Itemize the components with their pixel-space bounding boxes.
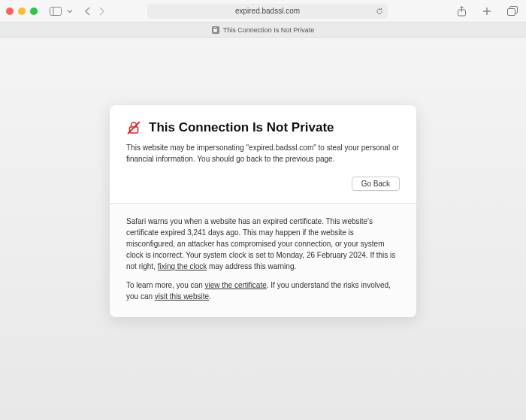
detail-2a: To learn more, you can [126, 281, 205, 289]
learn-more-text: To learn more, you can view the certific… [126, 279, 400, 302]
svg-rect-8 [213, 29, 217, 32]
svg-rect-7 [508, 9, 515, 16]
back-button[interactable] [84, 7, 91, 16]
fixing-clock-link[interactable]: fixing the clock [158, 262, 207, 270]
warning-panel: This Connection Is Not Private This webs… [110, 105, 416, 317]
new-tab-button[interactable] [479, 4, 494, 19]
address-text: expired.badssl.com [235, 7, 300, 15]
navigation-arrows [84, 7, 105, 16]
insecure-certificate-icon [126, 120, 141, 135]
maximize-window-button[interactable] [30, 8, 38, 15]
go-back-button[interactable]: Go Back [352, 177, 400, 191]
toolbar-right [454, 4, 520, 19]
svg-rect-0 [50, 7, 62, 15]
detail-2c: . [209, 292, 211, 301]
window-toolbar: expired.badssl.com [0, 0, 526, 23]
forward-button[interactable] [98, 7, 105, 16]
traffic-lights [6, 8, 38, 15]
address-bar[interactable]: expired.badssl.com [147, 4, 388, 19]
view-certificate-link[interactable]: view the certificate [205, 281, 267, 289]
warning-heading: This Connection Is Not Private [149, 120, 334, 135]
minimize-window-button[interactable] [18, 8, 26, 15]
certificate-detail-text: Safari warns you when a website has an e… [126, 216, 400, 272]
panel-bottom: Safari warns you when a website has an e… [110, 204, 416, 317]
tab-bar: This Connection Is Not Private [0, 23, 526, 38]
sidebar-toggle-button[interactable] [48, 4, 63, 19]
warning-body: This website may be impersonating "expir… [126, 143, 400, 165]
page-content: This Connection Is Not Private This webs… [0, 38, 526, 317]
detail-1b: may address this warning. [207, 262, 296, 270]
insecure-lock-icon [212, 26, 219, 34]
tab-title[interactable]: This Connection Is Not Private [223, 26, 315, 34]
share-button[interactable] [454, 4, 469, 19]
tabs-overview-button[interactable] [505, 4, 520, 19]
reload-button[interactable] [376, 8, 383, 15]
chevron-down-icon[interactable] [66, 4, 74, 19]
panel-top: This Connection Is Not Private This webs… [110, 105, 416, 203]
visit-website-link[interactable]: visit this website [155, 292, 209, 301]
close-window-button[interactable] [6, 8, 14, 15]
button-row: Go Back [126, 177, 400, 191]
heading-row: This Connection Is Not Private [126, 120, 400, 135]
